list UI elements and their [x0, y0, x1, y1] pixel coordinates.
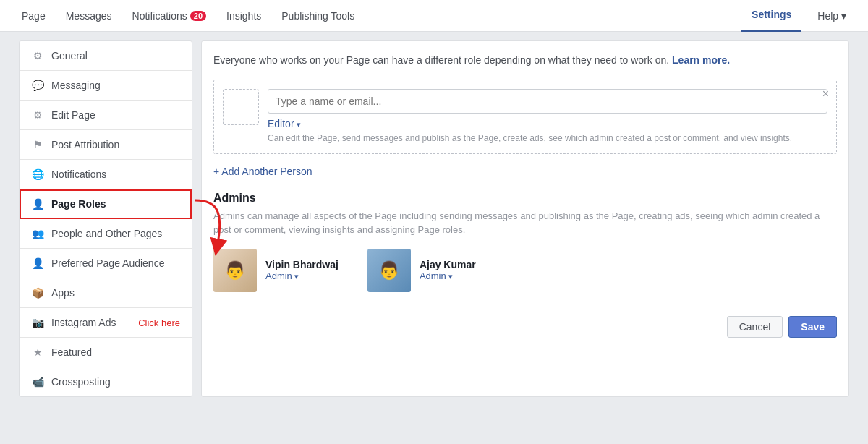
- nav-insights[interactable]: Insights: [216, 0, 271, 32]
- admin-role-vipin[interactable]: Admin: [265, 270, 339, 281]
- nav-settings[interactable]: Settings: [741, 0, 801, 32]
- people-icon: 👥: [31, 227, 44, 240]
- learn-more-link[interactable]: Learn more.: [672, 54, 730, 66]
- instagram-icon: 📷: [31, 316, 44, 329]
- close-button[interactable]: ×: [822, 87, 829, 101]
- admin-role-ajay[interactable]: Admin: [420, 270, 476, 281]
- admins-title: Admins: [213, 192, 837, 205]
- name-input-row: [268, 89, 827, 114]
- avatar-vipin: 👨: [213, 249, 257, 292]
- main-layout: ⚙ General 💬 Messaging ⚙ Edit Page ⚑ Post…: [7, 32, 861, 406]
- sidebar-item-messaging[interactable]: 💬 Messaging: [20, 71, 192, 101]
- role-description: Can edit the Page, send messages and pub…: [268, 132, 827, 145]
- nav-page[interactable]: Page: [12, 0, 56, 32]
- save-button[interactable]: Save: [788, 316, 837, 338]
- form-right: Editor Can edit the Page, send messages …: [268, 89, 827, 145]
- sidebar: ⚙ General 💬 Messaging ⚙ Edit Page ⚑ Post…: [19, 40, 192, 397]
- avatar-ajay: 👨: [367, 249, 411, 292]
- messaging-icon: 💬: [31, 79, 44, 92]
- nav-notifications[interactable]: Notifications 20: [122, 0, 217, 32]
- nav-publishing-tools[interactable]: Publishing Tools: [271, 0, 365, 32]
- admins-list: 👨 Vipin Bhardwaj Admin 👨 Ajay Kumar Admi…: [213, 249, 837, 292]
- add-another-person[interactable]: + Add Another Person: [213, 166, 837, 177]
- admins-description: Admins can manage all aspects of the Pag…: [213, 209, 837, 237]
- sidebar-item-post-attribution[interactable]: ⚑ Post Attribution: [20, 130, 192, 160]
- admin-card-ajay: 👨 Ajay Kumar Admin: [367, 249, 476, 292]
- audience-icon: 👤: [31, 257, 44, 270]
- apps-icon: 📦: [31, 286, 44, 299]
- cancel-button[interactable]: Cancel: [727, 316, 783, 338]
- video-icon: 📹: [31, 375, 44, 388]
- click-here-label[interactable]: Click here: [138, 317, 180, 328]
- sidebar-item-preferred-audience[interactable]: 👤 Preferred Page Audience: [20, 249, 192, 278]
- admins-section: Admins Admins can manage all aspects of …: [213, 192, 837, 292]
- edit-icon: ⚙: [31, 108, 44, 121]
- top-navigation: Page Messages Notifications 20 Insights …: [0, 0, 868, 32]
- bottom-buttons: Cancel Save: [213, 307, 837, 338]
- sidebar-item-crossposting[interactable]: 📹 Crossposting: [20, 367, 192, 396]
- avatar-placeholder: [223, 89, 259, 125]
- arrow-indicator: [188, 197, 231, 255]
- sidebar-item-notifications[interactable]: 🌐 Notifications: [20, 160, 192, 189]
- sidebar-item-page-roles[interactable]: 👤 Page Roles: [20, 189, 192, 219]
- nav-help[interactable]: Help ▾: [807, 0, 856, 32]
- sidebar-item-edit-page[interactable]: ⚙ Edit Page: [20, 101, 192, 130]
- sidebar-item-featured[interactable]: ★ Featured: [20, 338, 192, 367]
- name-email-input[interactable]: [268, 89, 827, 114]
- role-selector[interactable]: Editor: [268, 118, 827, 129]
- gear-icon: ⚙: [31, 49, 44, 62]
- content-area: Everyone who works on your Page can have…: [201, 40, 849, 397]
- sidebar-item-apps[interactable]: 📦 Apps: [20, 278, 192, 308]
- admin-name-vipin: Vipin Bhardwaj: [265, 259, 339, 270]
- nav-messages[interactable]: Messages: [56, 0, 122, 32]
- person-icon: 👤: [31, 197, 44, 210]
- sidebar-item-general[interactable]: ⚙ General: [20, 41, 192, 71]
- info-paragraph: Everyone who works on your Page can have…: [213, 53, 837, 68]
- sidebar-item-people-other-pages[interactable]: 👥 People and Other Pages: [20, 219, 192, 249]
- admin-name-ajay: Ajay Kumar: [420, 259, 476, 270]
- flag-icon: ⚑: [31, 138, 44, 151]
- globe-icon: 🌐: [31, 168, 44, 181]
- admin-card-vipin: 👨 Vipin Bhardwaj Admin: [213, 249, 339, 292]
- star-icon: ★: [31, 346, 44, 359]
- sidebar-item-instagram-ads[interactable]: 📷 Instagram Ads Click here: [20, 308, 192, 338]
- add-person-form: Editor Can edit the Page, send messages …: [213, 80, 837, 154]
- notifications-badge: 20: [190, 11, 206, 21]
